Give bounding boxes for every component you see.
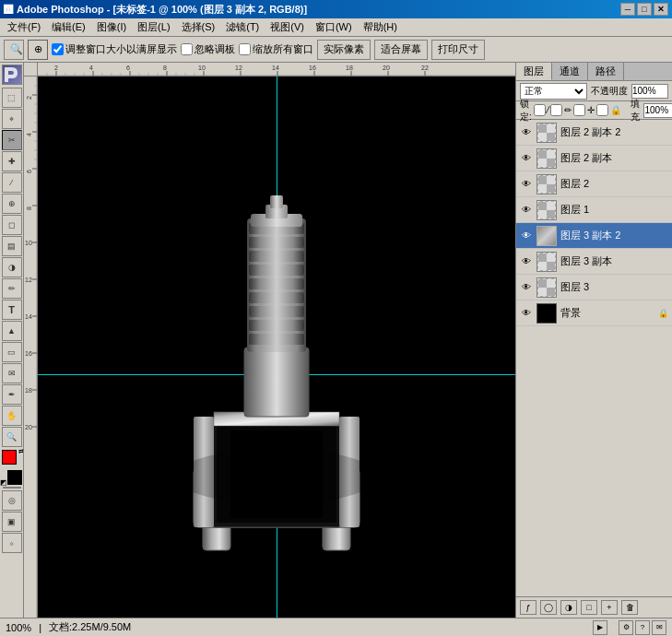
menu-filter[interactable]: 滤镜(T) (220, 18, 265, 36)
main-canvas[interactable] (38, 77, 515, 618)
tab-layers[interactable]: 图层 (516, 63, 552, 80)
layer-list: 👁 图层 2 副本 2 👁 (516, 120, 672, 596)
menu-help[interactable]: 帮助(H) (358, 18, 403, 36)
shape-tool[interactable]: ▭ (2, 342, 22, 362)
pen-tool[interactable]: ✏ (2, 278, 22, 299)
layer-visibility-3[interactable]: 👁 (520, 204, 533, 217)
print-size-button[interactable]: 打印尺寸 (431, 40, 485, 60)
layer-name-2: 图层 2 (560, 177, 668, 191)
swap-colors-icon[interactable]: ⇄ (18, 448, 24, 455)
layer-visibility-7[interactable]: 👁 (520, 307, 533, 320)
fill-input[interactable] (643, 103, 672, 118)
zoom-display: 100% (6, 622, 31, 633)
new-group-button[interactable]: □ (581, 600, 597, 615)
dodge-tool[interactable]: ◑ (2, 257, 22, 277)
delete-layer-button[interactable]: 🗑 (621, 600, 638, 615)
layer-row-7[interactable]: 👁 背景 🔒 (516, 300, 672, 326)
quick-mask-btn[interactable]: ◎ (2, 490, 22, 511)
brush-tool[interactable]: ∕ (2, 172, 22, 193)
layer-row-0[interactable]: 👁 图层 2 副本 2 (516, 120, 672, 146)
layer-thumb-6 (536, 277, 557, 298)
menu-window[interactable]: 窗口(W) (310, 18, 358, 36)
type-tool[interactable]: T (2, 300, 22, 320)
minimize-button[interactable]: ─ (620, 3, 635, 16)
lock-position-checkbox[interactable] (573, 104, 585, 116)
gradient-tool[interactable]: ▤ (2, 236, 22, 256)
layer-row-3[interactable]: 👁 图层 1 (516, 197, 672, 223)
svg-rect-73 (244, 347, 309, 417)
zoom-out-button[interactable]: 🔍 (4, 40, 24, 60)
layer-style-button[interactable]: ƒ (520, 600, 536, 615)
foreground-color[interactable] (2, 450, 17, 465)
eyedropper-tool[interactable]: ✒ (2, 384, 22, 405)
opacity-input[interactable] (631, 84, 668, 99)
layer-row-6[interactable]: 👁 图层 3 (516, 275, 672, 300)
lock-pixels-icon: ✏ (564, 105, 572, 115)
image-ready-btn[interactable]: ⬦ (2, 533, 22, 553)
eraser-tool[interactable]: ◻ (2, 215, 22, 235)
tab-paths[interactable]: 路径 (588, 63, 624, 80)
svg-rect-80 (249, 292, 304, 303)
healing-tool[interactable]: ✚ (2, 151, 22, 171)
actual-pixels-button[interactable]: 实际像素 (317, 40, 371, 60)
hand-tool[interactable]: ✋ (2, 406, 22, 426)
screen-mode-btn[interactable]: ▣ (2, 512, 22, 532)
fit-window-checkbox[interactable] (52, 43, 64, 55)
path-select-tool[interactable]: ▲ (2, 321, 22, 341)
default-colors-icon[interactable]: ◩ (0, 478, 7, 487)
marquee-tool[interactable]: ⬚ (2, 88, 22, 108)
zoom-tool-options[interactable]: ⊕ (28, 40, 48, 60)
fit-window-checkbox-label[interactable]: 调整窗口大小以满屏显示 (52, 42, 177, 56)
status-btn-2[interactable]: ? (635, 620, 650, 635)
menu-file[interactable]: 文件(F) (2, 18, 46, 36)
close-button[interactable]: ✕ (654, 3, 668, 16)
tab-channels[interactable]: 通道 (552, 63, 588, 80)
lock-transparent-checkbox[interactable] (534, 104, 546, 116)
layers-locks: 锁定: ∕ ✏ ✛ 🔒 填充 (516, 101, 672, 120)
layer-row-4[interactable]: 👁 图层 3 副本 2 (516, 223, 672, 249)
layer-row-1[interactable]: 👁 图层 2 副本 (516, 146, 672, 171)
ignore-adj-checkbox[interactable] (181, 43, 193, 55)
fit-screen-button[interactable]: 适合屏幕 (374, 40, 428, 60)
ruler-h-content: 2 4 6 8 10 12 (38, 63, 515, 76)
status-btn-3[interactable]: ✉ (652, 620, 666, 635)
layer-visibility-0[interactable]: 👁 (520, 126, 533, 139)
lock-pixels-checkbox[interactable] (550, 104, 562, 116)
background-color[interactable] (7, 470, 22, 485)
layer-name-4: 图层 3 副本 2 (560, 229, 668, 242)
new-layer-button[interactable]: + (601, 600, 618, 615)
clone-tool[interactable]: ⊕ (2, 194, 22, 214)
crop-tool[interactable]: ✂ (2, 130, 22, 150)
svg-rect-111 (538, 288, 547, 296)
menu-edit[interactable]: 编辑(E) (46, 18, 91, 36)
actual-pixels-label: 实际像素 (324, 42, 364, 56)
layer-row-5[interactable]: 👁 图层 3 副本 (516, 249, 672, 275)
svg-text:14: 14 (272, 65, 279, 71)
fit-all-checkbox-label[interactable]: 缩放所有窗口 (239, 42, 313, 56)
ignore-adj-checkbox-label[interactable]: 忽略调板 (181, 42, 235, 56)
lock-all-checkbox[interactable] (596, 104, 608, 116)
status-btn-1[interactable]: ⚙ (619, 620, 633, 635)
menu-view[interactable]: 视图(V) (265, 18, 310, 36)
lasso-tool[interactable]: ⌖ (2, 109, 22, 129)
adjustment-layer-button[interactable]: ◑ (560, 600, 577, 615)
notes-tool[interactable]: ✉ (2, 363, 22, 383)
svg-text:8: 8 (26, 206, 32, 210)
layer-visibility-4[interactable]: 👁 (520, 230, 533, 242)
menu-select[interactable]: 选择(S) (176, 18, 221, 36)
status-arrow-button[interactable]: ▶ (593, 620, 607, 635)
menu-layer[interactable]: 图层(L) (132, 18, 175, 36)
color-swatches[interactable]: ⇄ ◩ (2, 450, 22, 485)
fit-all-checkbox[interactable] (239, 43, 251, 55)
layer-mask-button[interactable]: ◯ (540, 600, 557, 615)
zoom-tool[interactable]: 🔍 (2, 427, 22, 447)
layer-visibility-1[interactable]: 👁 (520, 152, 533, 165)
layer-visibility-5[interactable]: 👁 (520, 255, 533, 268)
layer-visibility-2[interactable]: 👁 (520, 178, 533, 191)
layer-row-2[interactable]: 👁 图层 2 (516, 171, 672, 197)
layer-visibility-6[interactable]: 👁 (520, 281, 533, 294)
svg-rect-105 (538, 253, 547, 262)
menu-image[interactable]: 图像(I) (91, 18, 132, 36)
svg-text:2: 2 (26, 96, 32, 100)
maximize-button[interactable]: □ (637, 3, 652, 16)
